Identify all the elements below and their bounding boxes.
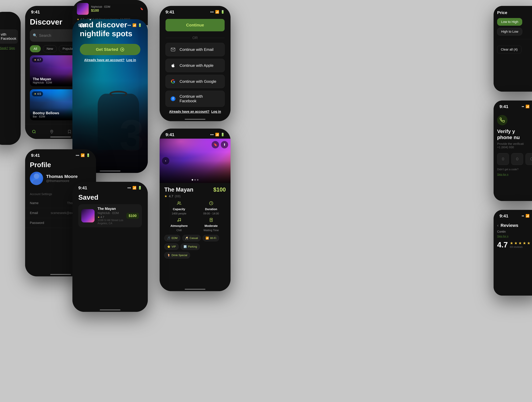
price-chip-high-low[interactable]: High to Low bbox=[497, 28, 522, 35]
capacity-icon bbox=[177, 201, 181, 206]
otp-row: 0 0 0 bbox=[497, 153, 532, 165]
verify-title: Verify yphone nu bbox=[497, 128, 532, 140]
phone-verify-icon bbox=[497, 115, 507, 125]
hero-login-link[interactable]: Log in bbox=[126, 58, 136, 62]
get-started-label: Get Started bbox=[96, 47, 118, 52]
home-indicator-venue bbox=[185, 289, 205, 290]
drink-icon: 🍹 bbox=[167, 254, 170, 257]
svg-point-14 bbox=[178, 202, 179, 203]
dot-1[interactable] bbox=[192, 179, 193, 181]
facebook-btn-label: Continue with Facebook bbox=[180, 94, 220, 103]
skip-link[interactable]: Skip for n bbox=[497, 173, 532, 176]
hero-title: Exploreand discovernightlife spots bbox=[80, 19, 140, 38]
continue-facebook-button[interactable]: f Continue with Facebook bbox=[165, 91, 225, 107]
status-time-discover: 9:41 bbox=[31, 9, 40, 14]
status-time-venue: 9:41 bbox=[165, 132, 174, 137]
phone-partial-left: f vith Facebook een Seek? Sign up bbox=[0, 12, 21, 145]
otp-2[interactable]: 0 bbox=[511, 153, 523, 165]
svg-point-17 bbox=[180, 220, 181, 221]
chip-all[interactable]: All bbox=[30, 45, 41, 52]
nav-search[interactable] bbox=[32, 130, 36, 134]
tag-wifi: 📶 Wi-Fi bbox=[203, 235, 219, 241]
battery-icon-auth: 🔋 bbox=[221, 10, 225, 14]
venue-bookmark-button[interactable]: 🔖 bbox=[212, 141, 219, 148]
status-bar-profile: 9:41 ▪▪▪ 📶 🔋 bbox=[25, 149, 96, 159]
search-icon: 🔍 bbox=[33, 33, 37, 38]
continue-button[interactable]: Continue bbox=[165, 19, 225, 31]
chip-new[interactable]: New bbox=[43, 45, 57, 52]
venue-back-button[interactable]: ‹ bbox=[162, 157, 169, 165]
rating-bootsy: ★ 4.5 bbox=[32, 91, 43, 96]
star-5: ★ bbox=[527, 241, 530, 245]
status-bar-venue: 9:41 ▪▪▪ 📶 🔋 bbox=[160, 128, 231, 139]
home-indicator-hero bbox=[100, 171, 120, 172]
dot-3[interactable] bbox=[197, 179, 198, 181]
get-started-button[interactable]: Get Started bbox=[80, 44, 140, 55]
detail-waiting: Moderate Waiting Time bbox=[196, 218, 226, 232]
venue-image-dots bbox=[192, 179, 198, 181]
clear-all-button[interactable]: Clear all (4) bbox=[497, 46, 521, 53]
settings-email-label: Email bbox=[30, 211, 38, 215]
music-icon: 🎵 bbox=[167, 236, 170, 240]
signal-icon-saved: ▪▪▪ bbox=[127, 186, 131, 190]
saved-card-mayan[interactable]: The Mayan Nightclub · EDM ★ 4.7 1038 S H… bbox=[78, 204, 142, 227]
venue-price: $100 bbox=[213, 186, 226, 193]
svg-point-16 bbox=[177, 221, 178, 222]
dot-2[interactable] bbox=[194, 179, 196, 181]
signal-icon-auth: ▪▪▪ bbox=[210, 10, 214, 14]
facebook-partial-btn[interactable]: f vith Facebook bbox=[0, 30, 18, 44]
status-time-saved: 9:41 bbox=[78, 185, 87, 190]
venue-star: ★ bbox=[164, 194, 167, 198]
tag-parking: 🅿️ Parking bbox=[181, 243, 200, 250]
detail-capacity: Capacity 1400 people bbox=[164, 201, 194, 215]
hero-login-text: Already have an account? Log in bbox=[80, 58, 140, 62]
venue-rating-row: ★ 4.7 (69) bbox=[164, 194, 226, 198]
tag-drink: 🍹 Drink Special bbox=[164, 252, 190, 258]
phone-verify-phone: 9:41 ▪▪ 📶 🔋 Verify yphone nu Provide the… bbox=[494, 101, 532, 201]
wifi-icon-verify: 📶 bbox=[526, 105, 530, 108]
auth-footer: Already have an account? Log in bbox=[165, 110, 225, 114]
waiting-icon bbox=[209, 218, 213, 223]
star-1: ★ bbox=[510, 241, 513, 245]
phone-reviews: 9:41 ▪▪ 📶 🔋 ‹ Reviews Contin Skip for n … bbox=[494, 210, 532, 296]
battery-icon-verify: 🔋 bbox=[531, 105, 532, 108]
reviews-back-button[interactable]: ‹ bbox=[497, 223, 499, 228]
wifi-icon-saved: 📶 bbox=[133, 186, 136, 190]
google-btn-label: Continue with Google bbox=[180, 79, 220, 84]
detail-atmosphere: Atmosphere Chill bbox=[164, 218, 194, 232]
svg-point-3 bbox=[32, 130, 35, 133]
star-4: ★ bbox=[523, 241, 526, 245]
wifi-icon-auth: 📶 bbox=[215, 10, 219, 14]
phone-price-filter: Price Low to High High to Low Clear all … bbox=[494, 6, 532, 92]
phone-venue: 9:41 ▪▪▪ 📶 🔋 ‹ 🔖 ⬆ bbox=[160, 128, 231, 291]
nav-bookmark[interactable] bbox=[67, 130, 71, 134]
skip-reviews-link[interactable]: Skip for n bbox=[497, 235, 532, 238]
wifi-icon-venue: 📶 bbox=[215, 133, 219, 137]
atmosphere-icon bbox=[177, 218, 181, 223]
casual-icon: 🥂 bbox=[185, 236, 188, 240]
auth-login-link[interactable]: Log in bbox=[211, 110, 221, 113]
resend-text: Didn't get a code? bbox=[497, 168, 532, 171]
nav-location[interactable] bbox=[50, 130, 54, 134]
continue-apple-button[interactable]: Continue with Apple bbox=[165, 59, 225, 72]
battery-icon-profile: 🔋 bbox=[86, 153, 90, 157]
otp-1[interactable]: 0 bbox=[497, 153, 509, 165]
status-time-reviews: 9:41 bbox=[500, 213, 508, 218]
venue-share-button[interactable]: ⬆ bbox=[221, 141, 228, 148]
price-chip-low-high[interactable]: Low to High bbox=[497, 18, 522, 26]
price-chips: Low to High High to Low bbox=[497, 18, 532, 35]
venue-name: The Mayan bbox=[164, 186, 193, 193]
apple-icon bbox=[170, 62, 176, 69]
svg-point-5 bbox=[51, 131, 52, 132]
status-time-auth: 9:41 bbox=[165, 9, 174, 14]
continue-email-button[interactable]: Continue with Email bbox=[165, 43, 225, 56]
battery-icon-reviews: 🔋 bbox=[531, 214, 532, 218]
settings-name-label: Name bbox=[30, 201, 38, 205]
otp-3[interactable]: 0 bbox=[526, 153, 532, 165]
email-icon bbox=[170, 46, 176, 53]
status-bar-verify: 9:41 ▪▪ 📶 🔋 bbox=[494, 101, 532, 111]
saved-thumb-mayan bbox=[81, 209, 95, 223]
status-time-verify: 9:41 bbox=[500, 104, 508, 109]
continue-google-button[interactable]: Continue with Google bbox=[165, 75, 225, 88]
tag-casual: 🥂 Casual bbox=[182, 235, 201, 241]
